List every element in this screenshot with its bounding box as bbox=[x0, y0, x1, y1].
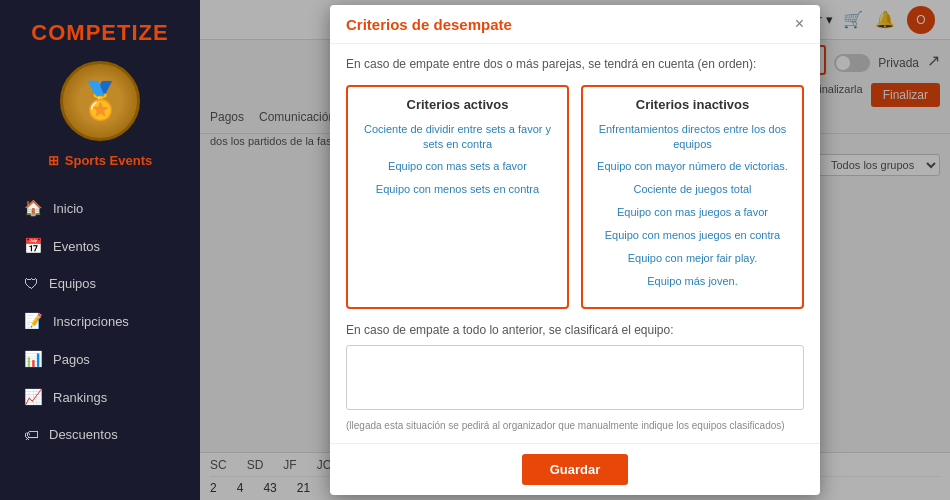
active-criteria-item-1: Equipo con mas sets a favor bbox=[358, 159, 557, 174]
modal-footer-note: (llegada esta situación se pedirá al org… bbox=[346, 419, 804, 432]
modal-criterios: Criterios de desempate × En caso de empa… bbox=[330, 5, 820, 495]
modal-header: Criterios de desempate × bbox=[330, 5, 820, 44]
home-icon: 🏠 bbox=[24, 199, 43, 217]
inactive-criteria-item-5: Equipo con mejor fair play. bbox=[593, 251, 792, 266]
inactive-criteria-item-4: Equipo con menos juegos en contra bbox=[593, 228, 792, 243]
sidebar-item-rankings[interactable]: 📈 Rankings bbox=[10, 379, 190, 415]
modal-close-button[interactable]: × bbox=[795, 15, 804, 33]
clipboard-icon: 📝 bbox=[24, 312, 43, 330]
inactive-criteria-item-1: Equipo con mayor número de victorias. bbox=[593, 159, 792, 174]
modal-description: En caso de empate entre dos o más pareja… bbox=[346, 56, 804, 73]
sidebar-item-equipos-label: Equipos bbox=[49, 276, 96, 291]
inactive-criteria-item-0: Enfrentamientos directos entre los dos e… bbox=[593, 122, 792, 152]
grid-icon: ⊞ bbox=[48, 153, 59, 168]
sidebar-item-eventos-label: Eventos bbox=[53, 239, 100, 254]
inactive-criteria-item-2: Cociente de juegos total bbox=[593, 182, 792, 197]
modal-title: Criterios de desempate bbox=[346, 16, 512, 33]
modal-overlay: Criterios de desempate × En caso de empa… bbox=[200, 0, 950, 500]
sidebar-item-descuentos-label: Descuentos bbox=[49, 427, 118, 442]
sidebar-item-inscripciones-label: Inscripciones bbox=[53, 314, 129, 329]
main-area: Organizador ▾ 🛒 🔔 O PREVISUALIZAR Privad… bbox=[200, 0, 950, 500]
sidebar-item-eventos[interactable]: 📅 Eventos bbox=[10, 228, 190, 264]
active-criteria-box: Criterios activos Cociente de dividir en… bbox=[346, 85, 569, 309]
sidebar-item-inicio-label: Inicio bbox=[53, 201, 83, 216]
guardar-button[interactable]: Guardar bbox=[522, 454, 629, 485]
active-criteria-item-0: Cociente de dividir entre sets a favor y… bbox=[358, 122, 557, 152]
sidebar-item-equipos[interactable]: 🛡 Equipos bbox=[10, 266, 190, 301]
sidebar: COMPETIZE 🏅 ⊞ Sports Events 🏠 Inicio 📅 E… bbox=[0, 0, 200, 500]
inactive-criteria-item-3: Equipo con mas juegos a favor bbox=[593, 205, 792, 220]
sidebar-item-pagos[interactable]: 📊 Pagos bbox=[10, 341, 190, 377]
active-criteria-title: Criterios activos bbox=[358, 97, 557, 112]
sidebar-navigation: 🏠 Inicio 📅 Eventos 🛡 Equipos 📝 Inscripci… bbox=[0, 190, 200, 454]
sidebar-item-inscripciones[interactable]: 📝 Inscripciones bbox=[10, 303, 190, 339]
shield-icon: 🛡 bbox=[24, 275, 39, 292]
modal-actions: Guardar bbox=[330, 443, 820, 495]
modal-footer-desc: En caso de empate a todo lo anterior, se… bbox=[346, 323, 804, 337]
sidebar-sports-events-label: Sports Events bbox=[65, 153, 152, 168]
inactive-criteria-box: Criterios inactivos Enfrentamientos dire… bbox=[581, 85, 804, 309]
inactive-criteria-title: Criterios inactivos bbox=[593, 97, 792, 112]
sidebar-item-rankings-label: Rankings bbox=[53, 390, 107, 405]
calendar-icon: 📅 bbox=[24, 237, 43, 255]
sidebar-logo: COMPETIZE bbox=[0, 10, 200, 61]
inactive-criteria-item-6: Equipo más joven. bbox=[593, 274, 792, 289]
tag-icon: 🏷 bbox=[24, 426, 39, 443]
tiebreaker-textarea[interactable] bbox=[346, 345, 804, 410]
avatar: 🏅 bbox=[60, 61, 140, 141]
criteria-columns: Criterios activos Cociente de dividir en… bbox=[346, 85, 804, 309]
chart-icon: 📊 bbox=[24, 350, 43, 368]
sidebar-sports-events: ⊞ Sports Events bbox=[40, 149, 160, 172]
sidebar-item-pagos-label: Pagos bbox=[53, 352, 90, 367]
active-criteria-item-2: Equipo con menos sets en contra bbox=[358, 182, 557, 197]
sidebar-item-descuentos[interactable]: 🏷 Descuentos bbox=[10, 417, 190, 452]
modal-body: En caso de empate entre dos o más pareja… bbox=[330, 44, 820, 443]
medal-icon: 🏅 bbox=[78, 80, 123, 122]
rankings-icon: 📈 bbox=[24, 388, 43, 406]
sidebar-item-inicio[interactable]: 🏠 Inicio bbox=[10, 190, 190, 226]
